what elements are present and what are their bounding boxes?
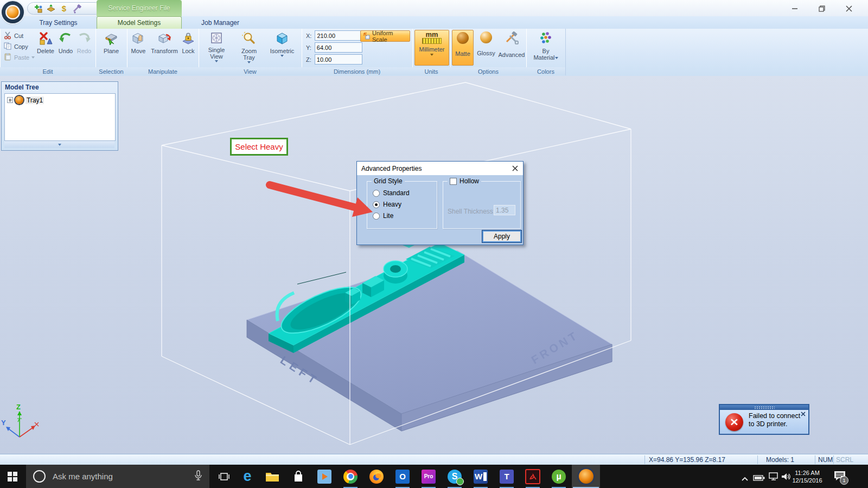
paste-button[interactable]: Paste — [1, 52, 35, 63]
taskbar-edge[interactable]: e — [235, 465, 259, 488]
advanced-properties-dialog: Advanced Properties Grid Style Standard … — [356, 161, 524, 245]
redo-button[interactable]: Redo — [75, 30, 93, 54]
tab-tray-settings[interactable]: Tray Settings — [22, 16, 95, 29]
single-view-icon — [210, 31, 223, 46]
tray-chevron-icon[interactable] — [741, 474, 749, 484]
hollow-caption: Hollow — [448, 177, 481, 185]
advanced-icon — [505, 31, 519, 46]
move-icon — [131, 31, 145, 47]
network-icon[interactable] — [768, 472, 779, 483]
transform-button[interactable]: Transform — [149, 30, 180, 54]
tab-model-settings[interactable]: Model Settings — [97, 16, 182, 29]
copy-button[interactable]: Copy — [1, 41, 35, 52]
delete-button[interactable]: Delete — [35, 30, 56, 54]
plane-icon — [104, 31, 118, 47]
isometric-button[interactable]: Isometric — [267, 30, 297, 57]
close-button[interactable] — [841, 4, 857, 13]
millimeter-button[interactable]: mm Millimeter — [414, 30, 449, 66]
zoom-tray-button[interactable]: Zoom Tray — [235, 30, 263, 63]
taskbar-firefox[interactable] — [365, 465, 388, 488]
dialog-title-bar[interactable]: Advanced Properties — [357, 162, 523, 175]
single-view-button[interactable]: Single View — [203, 30, 230, 62]
tree-expander-icon[interactable] — [7, 97, 13, 103]
model-tree-panel: Model Tree Tray1 — [1, 81, 118, 151]
undo-button[interactable]: Undo — [56, 30, 75, 54]
redo-icon — [77, 31, 91, 47]
radio-standard[interactable]: Standard — [373, 189, 410, 197]
taskbar-outlook[interactable]: O — [391, 465, 414, 488]
insert-model-icon[interactable] — [33, 4, 43, 14]
dialog-title: Advanced Properties — [361, 165, 422, 172]
radio-heavy-circle[interactable] — [373, 201, 380, 208]
taskbar-pro-app[interactable]: Pro — [417, 465, 441, 488]
matte-ball-icon — [457, 32, 469, 44]
mm-icon-text: mm — [425, 31, 438, 38]
start-button[interactable] — [0, 465, 25, 488]
notification-badge: 1 — [840, 476, 848, 485]
taskbar-utorrent[interactable]: µ — [547, 465, 571, 488]
windows-logo-icon — [8, 472, 17, 481]
battery-icon[interactable] — [753, 473, 765, 483]
toast-grip-bar[interactable] — [720, 405, 808, 410]
viewport-3d[interactable]: LEFT FRONT — [0, 76, 868, 454]
taskbar-skype[interactable]: S — [443, 465, 467, 488]
taskbar-current-app[interactable] — [572, 465, 600, 488]
advanced-button[interactable]: Advanced — [498, 30, 525, 65]
dialog-close-button[interactable] — [510, 164, 520, 173]
microphone-icon[interactable] — [194, 470, 202, 483]
taskbar-acrobat[interactable] — [521, 465, 545, 488]
move-button[interactable]: Move — [128, 30, 149, 54]
radio-lite[interactable]: Lite — [373, 212, 393, 220]
hollow-groupbox: Hollow Shell Thickness: — [443, 181, 521, 229]
cortana-search-box[interactable]: Ask me anything — [26, 465, 209, 488]
cut-button[interactable]: Cut — [1, 30, 35, 41]
radio-lite-circle[interactable] — [373, 213, 380, 220]
cortana-icon — [33, 470, 46, 483]
dimension-x-input[interactable] — [315, 30, 362, 41]
taskbar-teams[interactable]: T — [495, 465, 519, 488]
error-icon: ✕ — [725, 413, 743, 431]
cut-icon — [3, 31, 12, 41]
group-label-manipulate: Manipulate — [127, 67, 199, 75]
taskbar-word[interactable]: W — [469, 465, 493, 488]
apply-button[interactable]: Apply — [482, 230, 522, 243]
uniform-scale-button[interactable]: Uniform Scale — [360, 30, 410, 42]
lock-button[interactable]: Lock — [179, 30, 197, 54]
model-tree-collapse-bar[interactable] — [4, 141, 114, 148]
estimate-icon[interactable]: $ — [59, 4, 69, 14]
action-center-button[interactable]: 1 — [828, 465, 852, 488]
ribbon-group-edit: Cut Copy Paste Delete Undo — [0, 29, 96, 75]
application-menu-button[interactable] — [2, 1, 24, 23]
shell-thickness-input[interactable] — [494, 205, 515, 215]
task-view-button[interactable] — [213, 465, 235, 488]
toast-close-button[interactable] — [800, 410, 806, 417]
hollow-checkbox[interactable] — [450, 178, 457, 185]
taskbar-file-explorer[interactable] — [260, 465, 284, 488]
taskbar-movies-tv[interactable] — [312, 465, 336, 488]
tools-icon[interactable] — [72, 4, 82, 14]
radio-standard-circle[interactable] — [373, 190, 380, 197]
taskbar-store[interactable] — [286, 465, 310, 488]
isometric-icon — [275, 31, 289, 47]
taskbar-chrome[interactable] — [339, 465, 362, 488]
tree-item-tray1[interactable]: Tray1 — [7, 96, 44, 104]
taskbar-clock[interactable]: 11:26 AM 12/15/2016 — [788, 465, 827, 488]
delete-icon — [39, 31, 53, 47]
tray-icon[interactable] — [46, 4, 56, 14]
plane-button[interactable]: Plane — [98, 30, 124, 54]
by-material-button[interactable]: By Material — [529, 30, 563, 61]
maximize-button[interactable] — [814, 4, 830, 13]
group-label-colors: Colors — [526, 67, 565, 75]
uniform-scale-icon — [363, 32, 371, 41]
dimension-z-input[interactable] — [315, 54, 362, 65]
dimension-y-input[interactable] — [315, 42, 362, 53]
clock-time: 11:26 AM — [795, 469, 820, 477]
status-bar: X=94.86 Y=135.96 Z=8.17 Models: 1 NUM SC… — [0, 454, 868, 465]
ribbon-group-colors: By Material Colors — [526, 29, 566, 75]
glossy-button[interactable]: Glossy — [474, 30, 498, 65]
tab-job-manager[interactable]: Job Manager — [190, 16, 251, 29]
radio-heavy[interactable]: Heavy — [373, 201, 401, 208]
glossy-ball-icon — [480, 31, 492, 43]
matte-button[interactable]: Matte — [452, 30, 474, 66]
minimize-button[interactable] — [787, 4, 803, 13]
